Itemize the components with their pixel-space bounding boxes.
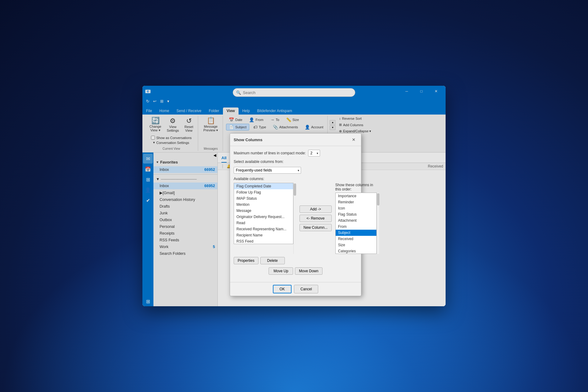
move-buttons: Move Up Move Down [234, 267, 357, 275]
available-col-rss[interactable]: RSS Feed [234, 238, 293, 244]
show-columns-label: Show these columns in this order: [335, 183, 379, 191]
available-col-originator[interactable]: Originator Delivery Request... [234, 214, 293, 220]
cancel-button[interactable]: Cancel [294, 285, 318, 293]
columns-source-wrapper: Frequently-used fields All fields User-d… [234, 167, 301, 174]
available-list-scrollbar[interactable] [293, 183, 296, 254]
columns-area: Flag Completed Date Follow Up Flag IMAP … [234, 183, 357, 254]
show-columns-wrapper: Show these columns in this order: Import… [335, 183, 379, 254]
max-lines-label: Maximum number of lines in compact mode: [234, 151, 306, 155]
columns-source-select[interactable]: Frequently-used fields All fields User-d… [234, 167, 301, 174]
move-up-button[interactable]: Move Up [269, 267, 293, 275]
add-button[interactable]: Add -> [300, 205, 332, 213]
show-col-subject[interactable]: Subject [336, 230, 376, 236]
available-columns-section: Available columns: [234, 177, 357, 181]
available-col-follow-up[interactable]: Follow Up Flag [234, 189, 293, 195]
available-col-read[interactable]: Read [234, 220, 293, 226]
remove-button[interactable]: <- Remove [300, 215, 332, 222]
columns-middle-buttons: Add -> <- Remove New Column... [298, 183, 333, 254]
show-columns-list-wrapper: Importance Reminder Icon Flag Status Att… [335, 193, 379, 254]
max-lines-select[interactable]: 2 1 3 [308, 150, 320, 156]
available-col-recipient[interactable]: Recipient Name [234, 232, 293, 238]
show-col-importance[interactable]: Importance [336, 193, 376, 199]
show-scrollbar-thumb [377, 193, 379, 205]
dialog-titlebar: Show Columns ✕ [230, 134, 361, 146]
show-columns-list[interactable]: Importance Reminder Icon Flag Status Att… [335, 193, 377, 254]
show-col-received[interactable]: Received [336, 236, 376, 242]
available-col-received-rep[interactable]: Received Representing Nam... [234, 226, 293, 232]
select-from-row: Select available columns from: [234, 160, 357, 164]
max-lines-row: Maximum number of lines in compact mode:… [234, 150, 357, 156]
available-scrollbar-thumb [294, 183, 296, 196]
show-col-icon[interactable]: Icon [336, 205, 376, 211]
available-col-mention[interactable]: Mention [234, 202, 293, 208]
outlook-window: 📧 🔍 ─ □ ✕ ↻ ↩ ⊞ ▾ File Home Send / Recei… [142, 86, 446, 306]
properties-button[interactable]: Properties [234, 257, 258, 264]
available-col-message[interactable]: Message [234, 208, 293, 214]
delete-button[interactable]: Delete [260, 257, 285, 264]
ok-button[interactable]: OK [273, 285, 292, 293]
show-col-attachment[interactable]: Attachment [336, 217, 376, 224]
dialog-title: Show Columns [234, 138, 262, 142]
show-col-from[interactable]: From [336, 224, 376, 230]
new-column-button[interactable]: New Column... [300, 224, 332, 231]
show-list-scrollbar[interactable] [377, 193, 379, 254]
available-columns-container: Flag Completed Date Follow Up Flag IMAP … [234, 183, 296, 254]
show-col-size[interactable]: Size [336, 242, 376, 248]
dialog-body: Maximum number of lines in compact mode:… [230, 146, 361, 282]
show-columns-container: Show these columns in this order: Import… [335, 183, 379, 254]
show-col-categories[interactable]: Categories [336, 248, 376, 254]
bottom-buttons: Properties Delete [234, 257, 357, 264]
move-down-button[interactable]: Move Down [295, 267, 322, 275]
max-lines-select-wrapper: 2 1 3 [308, 150, 320, 156]
dialog-footer: OK Cancel [230, 282, 361, 296]
available-col-imap[interactable]: IMAP Status [234, 195, 293, 202]
available-col-flag-completed[interactable]: Flag Completed Date [234, 183, 293, 189]
show-col-flag-status[interactable]: Flag Status [336, 211, 376, 217]
select-from-label: Select available columns from: [234, 160, 284, 164]
dropdown-row: Frequently-used fields All fields User-d… [234, 167, 357, 174]
show-col-reminder[interactable]: Reminder [336, 199, 376, 205]
show-columns-dialog: Show Columns ✕ Maximum number of lines i… [230, 133, 361, 296]
dialog-close-button[interactable]: ✕ [350, 136, 357, 143]
available-columns-list[interactable]: Flag Completed Date Follow Up Flag IMAP … [234, 183, 293, 244]
